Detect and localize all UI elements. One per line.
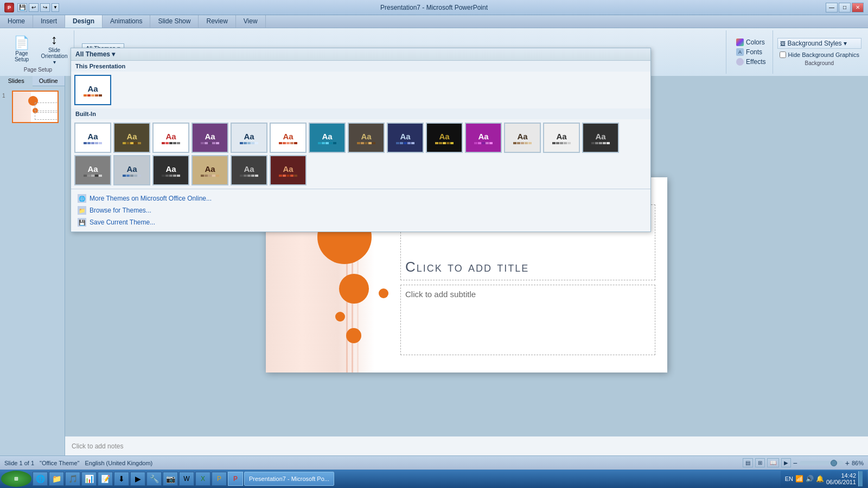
taskbar-pp-btn[interactable]: P xyxy=(228,472,243,486)
theme-elemental[interactable]: Aa xyxy=(465,123,502,153)
themes-dropdown-panel: All Themes ▾ This Presentation Aa Built-… xyxy=(71,48,651,232)
effects-icon xyxy=(736,58,744,66)
circle-small-1 xyxy=(335,312,345,322)
taskbar-app1-btn[interactable]: 📊 xyxy=(81,472,97,486)
globe-icon: 🌐 xyxy=(78,194,86,203)
app-icon[interactable]: P xyxy=(4,3,14,12)
redo-qa-btn[interactable]: ↪ xyxy=(40,3,50,12)
circle-dot xyxy=(379,288,388,298)
taskbar: ⊞ 🌐 📁 🎵 📊 📝 ⬇ ▶ 🔧 📷 W X P P Presentation… xyxy=(0,470,868,488)
theme-grid[interactable]: Aa xyxy=(152,155,189,185)
start-button[interactable]: ⊞ xyxy=(1,471,31,487)
show-desktop-btn[interactable] xyxy=(858,471,863,486)
built-in-label: Built-In xyxy=(71,108,650,119)
page-setup-buttons: 📄 PageSetup ↕ SlideOrientation ▾ xyxy=(7,31,69,66)
taskbar-app8-btn[interactable]: X xyxy=(195,472,210,486)
save-qa-btn[interactable]: 💾 xyxy=(17,3,27,12)
theme-couture[interactable]: Aa xyxy=(426,123,463,153)
taskbar-wmp-btn[interactable]: 🎵 xyxy=(65,472,80,486)
notification-icon[interactable]: 🔔 xyxy=(816,475,824,483)
slide-title-text: Click to add title xyxy=(405,259,529,275)
taskbar-app4-btn[interactable]: ▶ xyxy=(130,472,145,486)
minimize-btn[interactable]: — xyxy=(826,3,838,12)
tab-slideshow[interactable]: Slide Show xyxy=(150,15,199,28)
theme-office[interactable]: Aa xyxy=(74,123,111,153)
slide-subtitle-box[interactable]: Click to add subtitle xyxy=(400,285,655,355)
theme-hardcover[interactable]: Aa xyxy=(192,155,228,185)
theme-essential[interactable]: Aa xyxy=(543,123,580,153)
save-theme-link[interactable]: 💾 Save Current Theme... xyxy=(75,216,646,228)
theme-flow[interactable]: Aa xyxy=(74,155,111,185)
reading-view-btn[interactable]: 📖 xyxy=(767,458,779,467)
language: English (United Kingdom) xyxy=(85,460,152,466)
hide-bg-checkbox[interactable]: Hide Background Graphics xyxy=(777,50,861,59)
zoom-level[interactable]: 86% xyxy=(852,460,864,466)
slide-orientation-btn[interactable]: ↕ SlideOrientation ▾ xyxy=(39,33,69,65)
slide-number-label: 1 xyxy=(2,93,5,99)
theme-clarity[interactable]: Aa xyxy=(309,123,346,153)
status-right: ▤ ⊞ 📖 ▶ − + 86% xyxy=(743,458,864,467)
taskbar-app5-btn[interactable]: 🔧 xyxy=(146,472,162,486)
zoom-slider[interactable] xyxy=(800,461,843,465)
slide-thumbnail[interactable] xyxy=(12,91,59,123)
circle-medium xyxy=(339,274,369,304)
tab-home[interactable]: Home xyxy=(0,15,33,28)
built-in-themes: Aa Aa Aa Aa Aa xyxy=(71,119,650,189)
effects-btn[interactable]: Effects xyxy=(734,57,768,67)
tab-view[interactable]: View xyxy=(236,15,266,28)
slideshow-btn[interactable]: ▶ xyxy=(781,458,791,467)
taskbar-app2-btn[interactable]: 📝 xyxy=(98,472,113,486)
taskbar-explorer-btn[interactable]: 📁 xyxy=(49,472,64,486)
hide-bg-checkbox-input[interactable] xyxy=(780,52,786,58)
zoom-minus-btn[interactable]: − xyxy=(793,459,797,467)
all-themes-label[interactable]: All Themes ▾ xyxy=(75,50,115,58)
fonts-btn[interactable]: A Fonts xyxy=(734,47,768,57)
theme-executive[interactable]: Aa xyxy=(582,123,619,153)
time-display: 14:42 xyxy=(826,472,856,479)
network-icon[interactable]: 📶 xyxy=(795,475,803,483)
theme-civic[interactable]: Aa xyxy=(270,123,307,153)
theme-adjacency[interactable]: Aa xyxy=(113,123,150,153)
slide-sorter-btn[interactable]: ⊞ xyxy=(755,458,765,467)
speaker-icon[interactable]: 🔊 xyxy=(806,475,814,483)
taskbar-app9-btn[interactable]: P xyxy=(212,472,227,486)
theme-horizon[interactable]: Aa xyxy=(231,155,267,185)
tab-outline[interactable]: Outline xyxy=(33,76,65,86)
taskbar-app6-btn[interactable]: 📷 xyxy=(163,472,178,486)
normal-view-btn[interactable]: ▤ xyxy=(743,458,753,467)
taskbar-active-app[interactable]: Presentation7 - Microsoft Po... xyxy=(244,472,334,486)
undo-qa-btn[interactable]: ↩ xyxy=(29,3,39,12)
maximize-btn[interactable]: □ xyxy=(839,3,851,12)
theme-angles[interactable]: Aa xyxy=(152,123,189,153)
slide-orientation-icon: ↕ xyxy=(51,32,58,47)
zoom-plus-btn[interactable]: + xyxy=(845,459,850,467)
more-themes-link[interactable]: 🌐 More Themes on Microsoft Office Online… xyxy=(75,192,646,204)
taskbar-ie-btn[interactable]: 🌐 xyxy=(33,472,48,486)
theme-foundry[interactable]: Aa xyxy=(113,155,150,185)
qa-dropdown-btn[interactable]: ▼ xyxy=(52,3,59,12)
close-btn[interactable]: ✕ xyxy=(852,3,864,12)
browse-themes-link[interactable]: 📁 Browse for Themes... xyxy=(75,204,646,216)
status-left: Slide 1 of 1 "Office Theme" English (Uni… xyxy=(4,460,152,466)
taskbar-app7-btn[interactable]: W xyxy=(179,472,194,486)
theme-aspect[interactable]: Aa xyxy=(231,123,267,153)
clock[interactable]: 14:42 06/06/2011 xyxy=(826,472,856,485)
theme-composite[interactable]: Aa xyxy=(348,123,385,153)
tab-review[interactable]: Review xyxy=(199,15,235,28)
page-setup-btn[interactable]: 📄 PageSetup xyxy=(7,33,37,65)
notes-area[interactable]: Click to add notes xyxy=(65,436,868,455)
tab-animations[interactable]: Animations xyxy=(103,15,150,28)
theme-current-bars xyxy=(84,94,102,97)
theme-current[interactable]: Aa xyxy=(74,75,111,105)
fonts-icon: A xyxy=(736,48,744,56)
taskbar-app3-btn[interactable]: ⬇ xyxy=(114,472,129,486)
theme-equity[interactable]: Aa xyxy=(504,123,541,153)
colors-btn[interactable]: Colors xyxy=(734,37,768,47)
background-styles-btn[interactable]: 🖼 Background Styles ▾ xyxy=(777,38,861,49)
tab-insert[interactable]: Insert xyxy=(33,15,65,28)
theme-concourse[interactable]: Aa xyxy=(387,123,424,153)
theme-median[interactable]: Aa xyxy=(270,155,307,185)
theme-apex[interactable]: Aa xyxy=(192,123,228,153)
tab-design[interactable]: Design xyxy=(65,15,103,28)
tab-slides[interactable]: Slides xyxy=(0,76,33,86)
